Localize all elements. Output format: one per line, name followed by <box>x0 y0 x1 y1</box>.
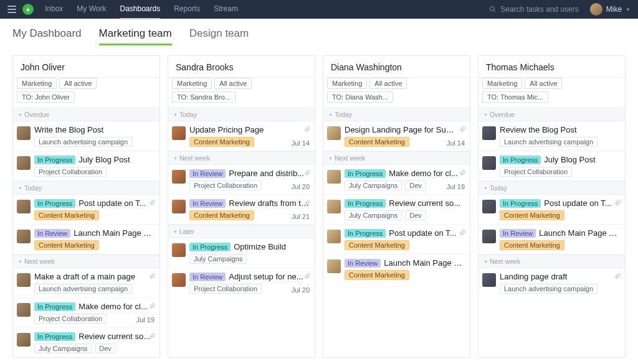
section-header[interactable]: ▼Today <box>168 108 315 121</box>
attachment-icon[interactable] <box>149 302 156 312</box>
nav-item-dashboards[interactable]: Dashboards <box>120 0 160 19</box>
task-card[interactable]: In ReviewAdjust setup for ne...Project C… <box>168 268 315 297</box>
section-header[interactable]: ▼Overdue <box>13 108 160 121</box>
nav-item-my-work[interactable]: My Work <box>77 0 106 19</box>
add-button[interactable]: + <box>22 4 34 15</box>
attachment-icon[interactable] <box>304 198 311 208</box>
task-card[interactable]: Write the Blog PostLaunch advertising ca… <box>13 121 160 151</box>
task-card[interactable]: In ProgressMake demo for cl...Project Co… <box>13 298 160 328</box>
section-header[interactable]: ▼Today <box>478 181 625 195</box>
attachment-icon[interactable] <box>149 198 156 208</box>
tag[interactable]: Project Collaboration <box>500 167 572 177</box>
section-header[interactable]: ▼Later <box>168 225 315 238</box>
tag[interactable]: Content Marketing <box>345 240 409 250</box>
tag[interactable]: Launch advertising campaign <box>500 137 598 147</box>
user-menu[interactable]: Mike ▼ <box>590 3 631 16</box>
task-card[interactable]: Update Pricing PageContent MarketingJul … <box>168 121 315 151</box>
filter-chip[interactable]: Marketing <box>17 78 57 89</box>
filter-chip[interactable]: All active <box>369 78 407 89</box>
task-card[interactable]: In ProgressOptimize BuildJuly Campaigns <box>168 238 315 268</box>
dashboard-tab[interactable]: Marketing team <box>99 27 172 45</box>
due-date: Jul 19 <box>447 183 465 190</box>
status-badge: In Progress <box>34 332 75 341</box>
task-card[interactable]: In ProgressPost update on T...Content Ma… <box>478 195 625 225</box>
tag[interactable]: Launch advertising campaign <box>500 284 598 294</box>
task-card[interactable]: In ProgressMake demo for cl...July Campa… <box>323 165 470 195</box>
tag[interactable]: Content Marketing <box>189 210 254 220</box>
task-card[interactable]: In ProgressReview current so...July Camp… <box>13 328 160 357</box>
tag[interactable]: Content Marketing <box>345 270 409 280</box>
filter-chip[interactable]: All active <box>59 78 97 89</box>
tag[interactable]: Dev <box>405 210 426 220</box>
section-header[interactable]: ▼Today <box>323 108 470 121</box>
filter-chip[interactable]: TO: Sandra Bro... <box>172 91 236 103</box>
section-header[interactable]: ▼Next week <box>323 151 470 165</box>
tag[interactable]: July Campaigns <box>345 180 402 190</box>
tag[interactable]: Dev <box>95 343 116 353</box>
tag[interactable]: Project Collaboration <box>189 284 262 294</box>
filter-chip[interactable]: Marketing <box>327 78 367 89</box>
tag[interactable]: Launch advertising campaign <box>34 137 132 147</box>
filter-chip[interactable]: TO: John Oliver <box>17 91 75 103</box>
task-card[interactable]: In ReviewReview drafts from th...Content… <box>168 195 315 225</box>
tag[interactable]: Content Marketing <box>500 210 564 220</box>
tag[interactable]: July Campaigns <box>345 210 402 220</box>
task-card[interactable]: In ReviewLaunch Main Page Ex...Content M… <box>478 225 625 254</box>
attachment-icon[interactable] <box>459 125 466 135</box>
task-card[interactable]: In ProgressReview current so...July Camp… <box>323 195 470 225</box>
section-header[interactable]: ▼Next week <box>168 151 315 165</box>
tag[interactable]: July Campaigns <box>189 254 247 264</box>
filter-chip[interactable]: Marketing <box>482 78 522 89</box>
task-card[interactable]: In ReviewPrepare and distrib...Project C… <box>168 165 315 195</box>
attachment-icon[interactable] <box>614 272 621 282</box>
nav-item-reports[interactable]: Reports <box>174 0 200 19</box>
task-card[interactable]: In ProgressPost update on T...Content Ma… <box>323 225 470 254</box>
tag[interactable]: Content Marketing <box>34 240 99 250</box>
task-card[interactable]: In ReviewLaunch Main Page Ex...Content M… <box>323 254 470 284</box>
nav-item-inbox[interactable]: Inbox <box>45 0 63 19</box>
nav-item-stream[interactable]: Stream <box>214 0 238 19</box>
filter-chip[interactable]: Marketing <box>172 78 212 89</box>
attachment-icon[interactable] <box>304 272 311 282</box>
filter-chip[interactable]: TO: Diana Wash... <box>327 91 393 103</box>
tag[interactable]: Launch advertising campaign <box>34 284 132 294</box>
filter-chip[interactable]: All active <box>214 78 252 89</box>
caret-icon: ▼ <box>18 259 22 264</box>
section-header[interactable]: ▼Overdue <box>478 108 625 121</box>
tag[interactable]: Project Collaboration <box>189 180 262 190</box>
task-card[interactable]: Design Landing Page for Sum...Content Ma… <box>323 121 470 151</box>
section-header[interactable]: ▼Today <box>13 181 160 195</box>
task-title: Launch Main Page Ex... <box>384 258 466 268</box>
attachment-icon[interactable] <box>614 198 621 208</box>
attachment-icon[interactable] <box>459 228 466 238</box>
hamburger-icon[interactable] <box>7 6 16 13</box>
search-input[interactable]: Search tasks and users <box>489 5 578 14</box>
task-title: Adjust setup for ne... <box>229 272 303 281</box>
tag[interactable]: Project Collaboration <box>34 167 107 177</box>
dashboard-tab[interactable]: Design team <box>189 27 249 45</box>
attachment-icon[interactable] <box>459 169 466 179</box>
task-card[interactable]: Review the Blog PostLaunch advertising c… <box>478 121 625 151</box>
attachment-icon[interactable] <box>149 332 156 342</box>
filter-chip[interactable]: All active <box>525 78 562 89</box>
task-card[interactable]: In ProgressJuly Blog PostProject Collabo… <box>13 151 160 181</box>
task-card[interactable]: In ProgressPost update on T...Content Ma… <box>13 195 160 225</box>
task-card[interactable]: In ReviewLaunch Main Page Ex...Content M… <box>13 225 160 254</box>
section-header[interactable]: ▼Next week <box>13 254 160 268</box>
filter-chip[interactable]: TO: Thomas Mic... <box>482 91 548 103</box>
section-header[interactable]: ▼Next week <box>478 254 625 268</box>
attachment-icon[interactable] <box>304 125 311 135</box>
tag[interactable]: Content Marketing <box>189 137 254 147</box>
attachment-icon[interactable] <box>149 272 156 282</box>
tag[interactable]: July Campaigns <box>34 343 92 353</box>
tag[interactable]: Project Collaboration <box>34 314 107 324</box>
tag[interactable]: Content Marketing <box>345 137 409 147</box>
task-card[interactable]: Make a draft of a main pageLaunch advert… <box>13 268 160 298</box>
tag[interactable]: Content Marketing <box>500 240 564 250</box>
task-card[interactable]: In ProgressJuly Blog PostProject Collabo… <box>478 151 625 181</box>
tag[interactable]: Dev <box>405 180 426 190</box>
attachment-icon[interactable] <box>304 169 311 179</box>
tag[interactable]: Content Marketing <box>34 210 99 220</box>
task-card[interactable]: Landing page draftLaunch advertising cam… <box>478 268 625 297</box>
dashboard-tab[interactable]: My Dashboard <box>12 27 82 45</box>
